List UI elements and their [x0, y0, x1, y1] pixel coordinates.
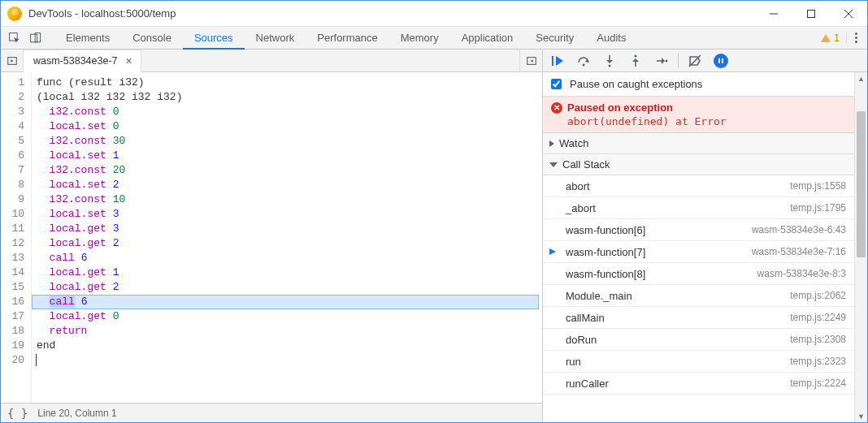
line-number-gutter[interactable]: 1234567891011121314151617181920 [1, 72, 32, 403]
svg-point-15 [609, 64, 611, 67]
source-line[interactable]: i32.const 20 [37, 163, 542, 178]
step-button[interactable] [652, 51, 671, 71]
scroll-up-arrow[interactable]: ▲ [855, 72, 867, 85]
callstack-frame-location: wasm-53834e3e-7:16 [752, 246, 846, 257]
toggle-device-toolbar-button[interactable] [25, 27, 46, 50]
devtools-tab-performance[interactable]: Performance [306, 27, 388, 50]
devtools-tab-audits[interactable]: Audits [585, 27, 637, 50]
callstack-frame[interactable]: callMaintemp.js:2249 [543, 307, 854, 329]
source-line[interactable]: call 6 [37, 295, 542, 309]
devtools-tab-elements[interactable]: Elements [54, 27, 121, 50]
callstack-frame[interactable]: Module._maintemp.js:2062 [543, 285, 854, 307]
devtools-tab-sources[interactable]: Sources [183, 27, 245, 50]
resume-script-button[interactable] [548, 51, 567, 71]
source-line[interactable]: end [37, 339, 542, 353]
chevron-down-icon [549, 162, 558, 167]
source-line[interactable]: local.get 2 [37, 236, 542, 251]
callstack-frame-name: runCaller [566, 378, 609, 390]
window-maximize-button[interactable] [792, 1, 830, 27]
callstack-frame-name: _abort [566, 202, 596, 214]
callstack-frame-location: temp.js:1795 [790, 202, 846, 214]
pretty-print-button[interactable]: { } [7, 407, 28, 420]
devtools-tab-application[interactable]: Application [450, 27, 525, 50]
paused-banner: ✕ Paused on exception abort(undefined) a… [543, 97, 854, 133]
callstack-frame-location: temp.js:2323 [790, 356, 846, 367]
source-line[interactable]: local.get 1 [37, 265, 542, 280]
callstack-frame-name: run [566, 356, 581, 368]
source-editor[interactable]: 1234567891011121314151617181920 func (re… [1, 72, 542, 403]
main-menu-button[interactable] [852, 29, 861, 46]
source-line[interactable]: local.get 0 [37, 309, 542, 324]
source-line[interactable]: local.set 2 [37, 178, 542, 192]
callstack-frame-name: wasm-function[7] [566, 246, 645, 258]
source-line[interactable]: i32.const 10 [37, 192, 542, 207]
editor-statusbar: { } Line 20, Column 1 [1, 403, 542, 423]
svg-marker-10 [530, 59, 533, 63]
source-line[interactable]: local.get 2 [37, 280, 542, 295]
callstack-frame[interactable]: aborttemp.js:1558 [543, 175, 854, 197]
scrollbar-thumb[interactable] [857, 111, 866, 257]
scroll-down-arrow[interactable]: ▼ [855, 410, 867, 423]
devtools-tab-console[interactable]: Console [121, 27, 183, 50]
window-title: DevTools - localhost:5000/temp [28, 7, 755, 19]
source-line[interactable]: i32.const 0 [37, 105, 542, 119]
source-line[interactable] [37, 353, 542, 368]
show-debugger-button[interactable] [519, 50, 542, 72]
source-line[interactable]: local.set 1 [37, 149, 542, 163]
source-line[interactable]: func (result i32) [37, 76, 542, 90]
deactivate-breakpoints-button[interactable] [685, 51, 705, 71]
source-file-tabbar: wasm-53834e3e-7 × [1, 50, 542, 72]
inspect-element-button[interactable] [4, 27, 25, 50]
debugger-sidebar: Pause on caught exceptions ✕ Paused on e… [543, 72, 867, 423]
callstack-frame[interactable]: wasm-function[8]wasm-53834e3e-8:3 [543, 263, 854, 285]
step-into-button[interactable] [600, 51, 619, 71]
source-line[interactable]: local.get 3 [37, 222, 542, 236]
step-out-button[interactable] [626, 51, 645, 71]
warnings-badge[interactable]: 1 [821, 32, 847, 44]
callstack-frame[interactable]: wasm-function[7]wasm-53834e3e-7:16 [543, 241, 854, 263]
source-line[interactable]: return [37, 324, 542, 339]
pause-on-caught-label: Pause on caught exceptions [570, 78, 702, 90]
source-line[interactable]: local.set 0 [37, 119, 542, 134]
callstack-list: aborttemp.js:1558_aborttemp.js:1795wasm-… [543, 175, 854, 395]
window-minimize-button[interactable] [755, 1, 792, 27]
show-navigator-button[interactable] [1, 50, 24, 72]
svg-marker-8 [11, 59, 14, 63]
callstack-frame[interactable]: runCallertemp.js:2224 [543, 373, 854, 395]
callstack-frame[interactable]: doRuntemp.js:2308 [543, 329, 854, 351]
callstack-frame-name: Module._main [566, 290, 632, 302]
pause-on-exceptions-button[interactable] [711, 51, 731, 71]
source-code-area[interactable]: func (result i32)(local i32 i32 i32 i32)… [32, 72, 542, 403]
callstack-frame-location: temp.js:2062 [790, 290, 846, 301]
svg-point-13 [583, 63, 585, 66]
devtools-tab-security[interactable]: Security [524, 27, 585, 50]
callstack-frame[interactable]: _aborttemp.js:1795 [543, 197, 854, 219]
cursor-position: Line 20, Column 1 [37, 408, 116, 419]
devtools-main-tabs: ElementsConsoleSourcesNetworkPerformance… [54, 27, 821, 50]
debugger-scrollbar[interactable]: ▲ ▼ [854, 72, 867, 423]
step-over-button[interactable] [574, 51, 593, 71]
source-file-tab[interactable]: wasm-53834e3e-7 × [24, 50, 141, 72]
close-tab-icon[interactable]: × [124, 54, 134, 67]
callstack-frame-location: wasm-53834e3e-6:43 [752, 224, 846, 235]
paused-banner-detail: abort(undefined) at Error [567, 114, 846, 127]
devtools-tab-network[interactable]: Network [245, 27, 306, 50]
pause-on-caught-row[interactable]: Pause on caught exceptions [543, 72, 854, 97]
callstack-frame-location: temp.js:2249 [790, 312, 846, 323]
watch-section-label: Watch [559, 137, 588, 149]
devtools-main-tabbar: ElementsConsoleSourcesNetworkPerformance… [1, 27, 867, 50]
source-line[interactable]: call 6 [37, 251, 542, 265]
source-line[interactable]: (local i32 i32 i32 i32) [37, 90, 542, 105]
callstack-section-header[interactable]: Call Stack [543, 154, 854, 175]
svg-point-17 [635, 54, 637, 57]
svg-marker-23 [549, 248, 556, 255]
source-line[interactable]: local.set 3 [37, 207, 542, 222]
pause-on-caught-checkbox[interactable] [551, 79, 562, 89]
callstack-frame[interactable]: wasm-function[6]wasm-53834e3e-6:43 [543, 219, 854, 241]
devtools-tab-memory[interactable]: Memory [389, 27, 450, 50]
source-line[interactable]: i32.const 30 [37, 134, 542, 149]
callstack-frame[interactable]: runtemp.js:2323 [543, 351, 854, 373]
watch-section-header[interactable]: Watch [543, 133, 854, 154]
callstack-frame-location: temp.js:2224 [790, 378, 846, 389]
window-close-button[interactable] [830, 1, 867, 27]
